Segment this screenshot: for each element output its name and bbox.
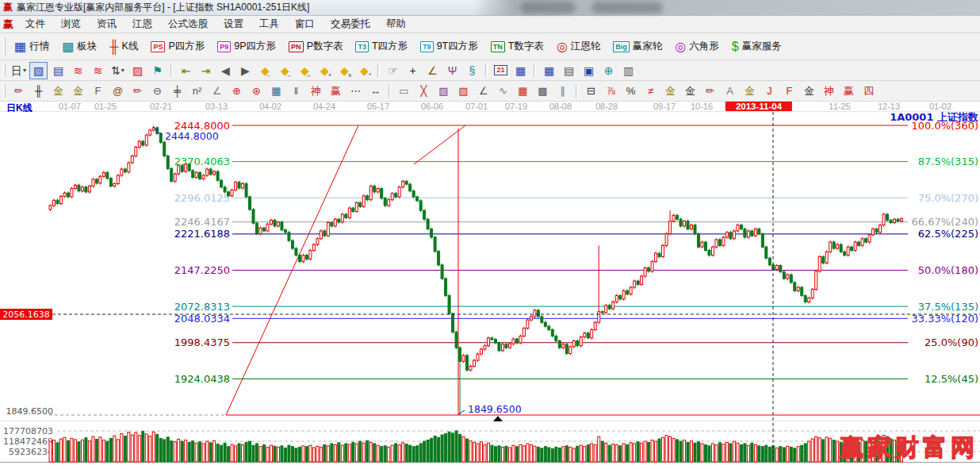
candle[interactable] bbox=[448, 296, 450, 314]
tool-chart-type[interactable]: ▧ bbox=[29, 62, 48, 79]
candle[interactable] bbox=[416, 197, 419, 201]
volume-bar[interactable] bbox=[751, 443, 753, 462]
volume-bar[interactable] bbox=[362, 443, 365, 462]
tool-gann-arrow-both[interactable]: ◆↔ bbox=[296, 62, 314, 79]
volume-bar[interactable] bbox=[231, 444, 233, 462]
volume-bar[interactable] bbox=[405, 444, 408, 462]
draw-shen-angle[interactable]: 神 bbox=[820, 83, 838, 100]
draw-web-grid[interactable]: ▦ bbox=[267, 83, 285, 100]
candle[interactable] bbox=[138, 141, 140, 147]
volume-bar[interactable] bbox=[355, 444, 358, 462]
candle[interactable] bbox=[797, 287, 799, 290]
volume-bar[interactable] bbox=[484, 444, 486, 462]
candle[interactable] bbox=[199, 172, 201, 179]
volume-bar[interactable] bbox=[398, 444, 400, 462]
volume-bar[interactable] bbox=[718, 443, 721, 462]
candle[interactable] bbox=[630, 287, 632, 294]
volume-bar[interactable] bbox=[352, 442, 354, 462]
draw-a-lines[interactable]: A bbox=[721, 83, 739, 100]
volume-bar[interactable] bbox=[323, 444, 326, 462]
volume-bar[interactable] bbox=[744, 444, 746, 462]
candle[interactable] bbox=[266, 224, 269, 231]
candle[interactable] bbox=[195, 172, 197, 177]
candle[interactable] bbox=[562, 344, 565, 348]
candle[interactable] bbox=[469, 366, 472, 370]
toolbar-button-t-number-table[interactable]: TNT数字表 bbox=[485, 37, 549, 56]
date-tick-selected[interactable]: 2013-11-04 bbox=[725, 102, 792, 111]
volume-bar[interactable] bbox=[534, 446, 536, 462]
volume-bar[interactable] bbox=[459, 434, 461, 462]
volume-bar[interactable] bbox=[228, 447, 230, 462]
volume-bar[interactable] bbox=[181, 441, 183, 462]
volume-bar[interactable] bbox=[779, 447, 782, 462]
candle[interactable] bbox=[641, 276, 643, 284]
volume-bar[interactable] bbox=[135, 432, 137, 462]
candle[interactable] bbox=[341, 214, 343, 222]
toolbar-button-gann-wheel[interactable]: ◎江恩轮 bbox=[551, 37, 606, 56]
volume-bar[interactable] bbox=[558, 448, 561, 462]
candle[interactable] bbox=[886, 214, 889, 220]
candle[interactable] bbox=[159, 133, 162, 142]
draw-spiral-tool[interactable]: @ bbox=[109, 83, 127, 100]
candle[interactable] bbox=[718, 240, 721, 245]
candle[interactable] bbox=[854, 242, 856, 250]
candle[interactable] bbox=[85, 187, 87, 192]
draw-spider-web[interactable]: ⊛ bbox=[247, 83, 266, 100]
volume-bar[interactable] bbox=[312, 448, 315, 462]
volume-bar[interactable] bbox=[811, 439, 813, 462]
date-tick-01-02[interactable]: 01-02 bbox=[929, 102, 951, 111]
volume-bar[interactable] bbox=[59, 439, 62, 462]
candle[interactable] bbox=[897, 219, 899, 221]
candle[interactable] bbox=[655, 253, 657, 261]
candle[interactable] bbox=[669, 221, 672, 234]
candle[interactable] bbox=[388, 200, 390, 206]
volume-bar[interactable] bbox=[128, 432, 130, 462]
candle[interactable] bbox=[818, 256, 821, 271]
candle[interactable] bbox=[801, 287, 803, 295]
menu-item-4[interactable]: 公式选股 bbox=[160, 17, 216, 31]
volume-bar[interactable] bbox=[316, 446, 319, 462]
candle[interactable] bbox=[494, 340, 496, 343]
volume-bar[interactable] bbox=[569, 447, 572, 462]
candle[interactable] bbox=[865, 239, 867, 242]
candle[interactable] bbox=[729, 233, 732, 239]
candle[interactable] bbox=[751, 231, 753, 236]
volume-bar[interactable] bbox=[818, 438, 821, 462]
candle[interactable] bbox=[88, 186, 90, 192]
volume-bar[interactable] bbox=[67, 440, 69, 462]
tool-gann-arrow-left[interactable]: ◆← bbox=[256, 62, 274, 79]
volume-bar[interactable] bbox=[644, 441, 646, 462]
candle[interactable] bbox=[270, 220, 272, 224]
date-tick-02-21[interactable]: 02-21 bbox=[150, 102, 172, 111]
volume-bar[interactable] bbox=[159, 438, 162, 462]
draw-n2-grid[interactable]: n² bbox=[188, 83, 206, 100]
draw-angle-mirror[interactable]: ∠ bbox=[208, 83, 226, 100]
candle[interactable] bbox=[316, 239, 319, 244]
candle[interactable] bbox=[612, 302, 614, 309]
volume-bar[interactable] bbox=[213, 440, 216, 462]
volume-bar[interactable] bbox=[345, 444, 347, 462]
candle[interactable] bbox=[534, 310, 536, 317]
candle[interactable] bbox=[423, 210, 426, 219]
candle[interactable] bbox=[541, 317, 543, 322]
volume-bar[interactable] bbox=[691, 441, 693, 462]
candle[interactable] bbox=[402, 181, 404, 186]
candle[interactable] bbox=[427, 219, 429, 229]
candle[interactable] bbox=[576, 341, 579, 346]
volume-bar[interactable] bbox=[512, 445, 515, 462]
candle[interactable] bbox=[487, 338, 489, 346]
candle[interactable] bbox=[858, 242, 860, 245]
draw-zigzag-tool[interactable]: ∿ bbox=[494, 83, 512, 100]
volume-bar[interactable] bbox=[634, 444, 636, 462]
draw-percent-7[interactable]: ⅞ bbox=[602, 83, 620, 100]
draw-gold-grid-1[interactable]: 金 bbox=[49, 83, 67, 100]
candle[interactable] bbox=[281, 222, 283, 230]
candle[interactable] bbox=[81, 187, 83, 191]
toolbar-button-hexagon[interactable]: ◎六角形 bbox=[669, 37, 724, 56]
candle[interactable] bbox=[252, 210, 255, 223]
draw-pen-tool[interactable]: ✏ bbox=[10, 83, 28, 100]
volume-bar[interactable] bbox=[445, 433, 447, 462]
volume-bar[interactable] bbox=[519, 444, 522, 462]
volume-bar[interactable] bbox=[669, 436, 672, 462]
toolbar-grip[interactable] bbox=[3, 37, 6, 56]
